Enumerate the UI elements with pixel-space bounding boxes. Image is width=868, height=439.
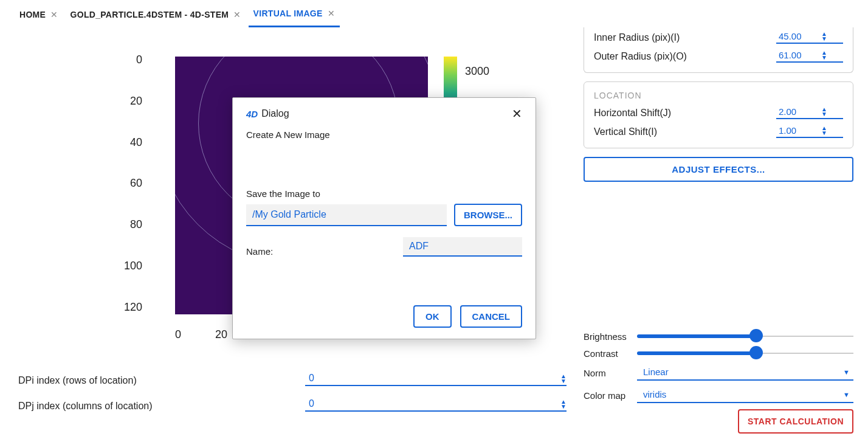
- close-icon[interactable]: ✕: [50, 10, 58, 19]
- norm-value: Linear: [643, 367, 669, 377]
- close-icon[interactable]: ✕: [233, 10, 241, 19]
- outer-radius-label: Outer Radius (pix)(O): [594, 51, 687, 62]
- hshift-stepper[interactable]: ▲▼: [776, 106, 843, 119]
- dpj-input[interactable]: [305, 398, 560, 409]
- inner-radius-stepper[interactable]: ▲▼: [776, 31, 843, 44]
- spin-down-icon[interactable]: ▼: [821, 55, 827, 60]
- colormap-select[interactable]: viridis ▼: [637, 387, 853, 403]
- slider-thumb[interactable]: [749, 346, 763, 359]
- dpj-label: DPj index (columns of location): [18, 401, 298, 412]
- close-icon[interactable]: ✕: [328, 9, 335, 18]
- start-calculation-button[interactable]: START CALCULATION: [738, 409, 853, 434]
- y-axis-ticks: 0 20 40 60 80 100 120: [122, 54, 142, 314]
- dpi-stepper[interactable]: ▲ ▼: [305, 372, 567, 386]
- group-title: LOCATION: [594, 91, 843, 100]
- dpj-stepper[interactable]: ▲ ▼: [305, 397, 567, 412]
- tab-label: HOME: [19, 10, 46, 19]
- vshift-label: Vertical Shift(I): [594, 126, 657, 137]
- cancel-button[interactable]: CANCEL: [460, 305, 523, 328]
- tab-4dstem[interactable]: GOLD_PARTICLE.4DSTEM - 4D-STEM ✕: [66, 6, 246, 27]
- vshift-stepper[interactable]: ▲▼: [776, 125, 843, 138]
- colorbar-label: 3000: [465, 65, 489, 78]
- ok-button[interactable]: OK: [413, 305, 452, 328]
- contrast-slider[interactable]: [637, 347, 853, 359]
- brightness-label: Brightness: [584, 331, 631, 342]
- contrast-label: Contrast: [584, 348, 631, 359]
- inner-radius-label: Inner Radius (pix)(I): [594, 32, 680, 43]
- tab-label: VIRTUAL IMAGE: [253, 9, 323, 18]
- spin-down-icon[interactable]: ▼: [821, 36, 827, 41]
- tab-virtual-image[interactable]: VIRTUAL IMAGE ✕: [249, 5, 340, 27]
- tab-bar: HOME ✕ GOLD_PARTICLE.4DSTEM - 4D-STEM ✕ …: [0, 0, 868, 27]
- dialog-title: Dialog: [261, 108, 289, 119]
- hshift-label: Horizontal Shift(J): [594, 108, 671, 119]
- colormap-value: viridis: [643, 389, 666, 399]
- colormap-label: Color map: [584, 390, 631, 403]
- radius-group: Inner Radius (pix)(I) ▲▼ Outer Radius (p…: [584, 27, 853, 73]
- save-path-input[interactable]: /My Gold Particle: [246, 204, 447, 226]
- norm-select[interactable]: Linear ▼: [637, 364, 853, 381]
- dpi-label: DPi index (rows of location): [18, 375, 298, 386]
- inner-radius-input[interactable]: [779, 31, 821, 41]
- tab-home[interactable]: HOME ✕: [15, 6, 63, 27]
- browse-button[interactable]: BROWSE...: [454, 204, 522, 226]
- save-image-dialog: 4D Dialog ✕ Create A New Image Save the …: [232, 97, 536, 339]
- vshift-input[interactable]: [779, 125, 821, 136]
- app-logo-icon: 4D: [246, 109, 258, 119]
- spin-down-icon[interactable]: ▼: [821, 112, 827, 117]
- name-input[interactable]: ADF: [403, 237, 522, 257]
- close-icon[interactable]: ✕: [512, 108, 522, 120]
- outer-radius-input[interactable]: [779, 50, 821, 60]
- brightness-slider[interactable]: [637, 330, 853, 342]
- hshift-input[interactable]: [779, 106, 821, 117]
- outer-radius-stepper[interactable]: ▲▼: [776, 50, 843, 63]
- spin-down-icon[interactable]: ▼: [821, 131, 827, 136]
- adjust-effects-button[interactable]: ADJUST EFFECTS...: [584, 157, 853, 182]
- dialog-subtitle: Create A New Image: [246, 130, 522, 140]
- tab-label: GOLD_PARTICLE.4DSTEM - 4D-STEM: [71, 10, 229, 19]
- norm-label: Norm: [584, 368, 631, 381]
- slider-thumb[interactable]: [749, 329, 763, 342]
- chevron-down-icon: ▼: [843, 391, 850, 398]
- location-group: LOCATION Horizontal Shift(J) ▲▼ Vertical…: [584, 81, 853, 148]
- save-path-label: Save the Image to: [246, 188, 522, 199]
- name-label: Name:: [246, 246, 396, 257]
- spin-down-icon[interactable]: ▼: [560, 404, 567, 409]
- spin-down-icon[interactable]: ▼: [560, 379, 567, 384]
- chevron-down-icon: ▼: [843, 368, 850, 376]
- dpi-input[interactable]: [305, 373, 560, 384]
